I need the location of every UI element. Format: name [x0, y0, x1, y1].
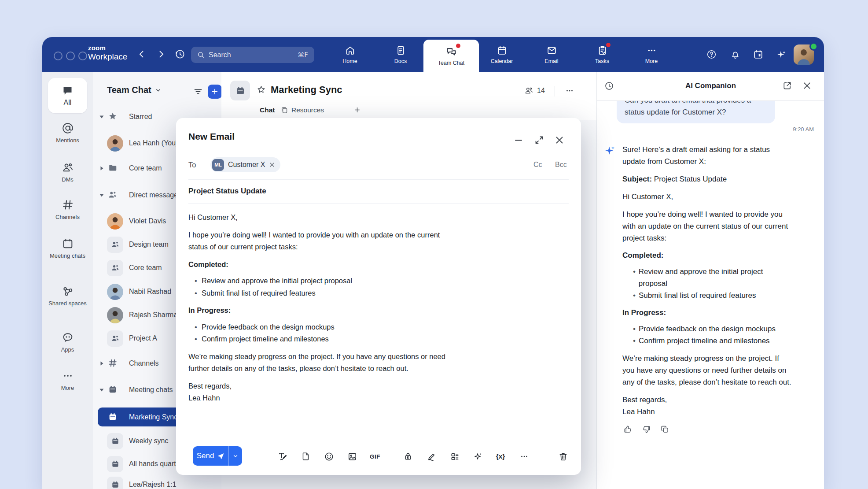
- chat-icon: [62, 85, 74, 96]
- search-input[interactable]: Search ⌘F: [191, 47, 314, 63]
- nav-docs[interactable]: Docs: [379, 37, 422, 72]
- recipient-chip[interactable]: ML Customer X: [210, 157, 280, 172]
- ai-intro-para: I hope you’re doing well! I wanted to pr…: [622, 208, 792, 244]
- email-icon: [546, 45, 557, 56]
- variables-icon[interactable]: {x}: [495, 451, 506, 462]
- traffic-light-close[interactable]: [54, 52, 63, 60]
- meeting-calendar-icon: [108, 412, 118, 422]
- presence-dot: [809, 42, 818, 51]
- traffic-light-minimize[interactable]: [66, 52, 75, 60]
- caret-right-icon[interactable]: [99, 165, 105, 171]
- gif-icon[interactable]: GIF: [370, 451, 380, 462]
- expand-icon[interactable]: [534, 135, 544, 145]
- ai-sparkle-icon[interactable]: [776, 49, 787, 60]
- tab-chat[interactable]: Chat: [260, 106, 275, 114]
- channel-more-icon[interactable]: [565, 86, 574, 96]
- nav-home[interactable]: Home: [329, 37, 371, 72]
- rail-item-mentions[interactable]: Mentions: [42, 122, 93, 144]
- template-icon[interactable]: [449, 451, 460, 462]
- encrypt-lock-icon[interactable]: [403, 451, 413, 462]
- rail-item-dms[interactable]: DMs: [42, 161, 93, 184]
- ai-intro: Sure! Here’s a draft email asking for a …: [622, 144, 792, 167]
- ai-companion-panel: AI Companion Can you draft an email that…: [596, 72, 824, 489]
- help-icon[interactable]: [706, 49, 717, 60]
- close-icon[interactable]: [554, 135, 565, 145]
- signoff: Best regards,Lea Hahn: [188, 380, 461, 404]
- close-icon[interactable]: [802, 81, 812, 91]
- rail-item-apps[interactable]: Apps: [42, 331, 93, 354]
- email-body-editor[interactable]: Hi Customer X, I hope you’re doing well!…: [188, 211, 461, 404]
- ellipsis-icon: [62, 370, 74, 382]
- at-icon: [62, 122, 74, 134]
- image-icon[interactable]: [347, 451, 357, 462]
- completed-label: Completed:: [188, 259, 461, 271]
- nav-tasks[interactable]: Tasks: [581, 37, 623, 72]
- traffic-light-zoom[interactable]: [78, 52, 87, 60]
- rail-item-more[interactable]: More: [42, 370, 93, 392]
- team-chat-icon: [445, 46, 457, 58]
- caret-down-icon[interactable]: [99, 114, 105, 120]
- apps-bubble-icon: [62, 331, 74, 344]
- member-count[interactable]: 14: [524, 86, 545, 95]
- meeting-calendar-icon: [107, 433, 123, 449]
- caret-down-icon[interactable]: [99, 387, 105, 393]
- channel-header: Marketing Sync 14: [221, 72, 596, 111]
- remove-recipient-icon[interactable]: [269, 162, 275, 168]
- emoji-icon[interactable]: [324, 451, 334, 462]
- nav-more[interactable]: More: [630, 37, 673, 72]
- attach-file-icon[interactable]: [300, 451, 311, 462]
- calendar-icon: [62, 237, 74, 250]
- tasks-badge: [606, 43, 611, 47]
- left-rail: All Mentions DMs Channels Meeting chats …: [42, 72, 93, 489]
- forward-arrow-icon[interactable]: [156, 49, 166, 59]
- tab-add-icon[interactable]: [353, 106, 361, 114]
- avatar: [107, 284, 123, 300]
- back-arrow-icon[interactable]: [136, 49, 147, 59]
- chat-list-title[interactable]: Team Chat: [107, 85, 162, 95]
- people-icon: [524, 86, 533, 95]
- thumbs-up-icon[interactable]: [623, 425, 633, 434]
- minimize-icon[interactable]: [513, 135, 524, 145]
- more-icon: [646, 45, 657, 56]
- tab-resources[interactable]: Resources: [280, 106, 324, 114]
- ai-closing-para: We’re making steady progress on the proj…: [622, 352, 792, 388]
- notifications-bell-icon[interactable]: [730, 49, 741, 60]
- subject-field[interactable]: Project Status Update: [188, 179, 569, 204]
- list-item: •Review and approve the initial project …: [188, 275, 461, 287]
- history-icon[interactable]: [174, 48, 186, 60]
- nav-email[interactable]: Email: [530, 37, 573, 72]
- signature-pen-icon[interactable]: [426, 451, 437, 462]
- copy-icon[interactable]: [660, 425, 669, 434]
- cc-button[interactable]: Cc: [533, 161, 542, 169]
- search-shortcut: ⌘F: [298, 51, 308, 59]
- meeting-calendar-icon: [107, 456, 123, 472]
- nav-team-chat[interactable]: Team Chat: [423, 40, 479, 72]
- calendar-date-icon[interactable]: [753, 49, 764, 60]
- trash-icon[interactable]: [558, 451, 568, 462]
- rail-item-channels[interactable]: Channels: [42, 199, 93, 221]
- nav-calendar[interactable]: Calendar: [481, 37, 523, 72]
- rail-item-shared-spaces[interactable]: Shared spaces: [42, 285, 93, 307]
- rail-item-meeting-chats[interactable]: Meeting chats: [42, 237, 93, 260]
- new-chat-button[interactable]: [208, 85, 222, 99]
- caret-right-icon[interactable]: [99, 360, 105, 367]
- greeting: Hi Customer X,: [188, 211, 461, 224]
- avatar: [107, 307, 123, 323]
- thumbs-down-icon[interactable]: [642, 425, 651, 434]
- zoom-workplace-logo: zoom Workplace: [88, 44, 127, 61]
- star-outline-icon[interactable]: [257, 85, 266, 94]
- send-options-dropdown[interactable]: [229, 453, 242, 459]
- rail-item-all[interactable]: All: [48, 78, 87, 113]
- chat-item-lea-rajesh[interactable]: Lea/Rajesh 1:1: [93, 475, 221, 489]
- filter-icon[interactable]: [193, 87, 203, 96]
- new-email-modal: New Email To ML Customer X Cc Bcc Projec…: [176, 118, 581, 475]
- toolbar-more-icon[interactable]: [519, 451, 530, 462]
- list-item: •Submit final list of required features: [622, 289, 792, 301]
- feedback-row: [623, 425, 792, 434]
- caret-down-icon[interactable]: [99, 192, 105, 198]
- bcc-button[interactable]: Bcc: [555, 161, 567, 169]
- sparkle-icon[interactable]: [473, 451, 483, 462]
- text-format-icon[interactable]: [277, 451, 288, 462]
- send-button[interactable]: Send: [193, 446, 242, 466]
- open-external-icon[interactable]: [782, 81, 792, 91]
